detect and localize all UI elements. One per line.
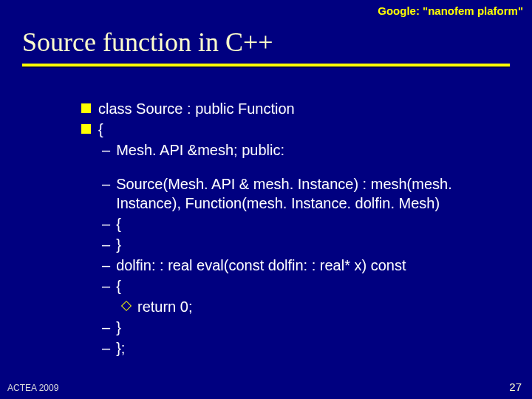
square-bullet-icon [81, 124, 91, 134]
line-text: { [116, 214, 121, 233]
bullet-level2: – } [102, 318, 502, 337]
line-text: class Source : public Function [98, 99, 295, 118]
dash-bullet-icon: – [102, 276, 110, 296]
header-google-label: Google: "nanofem plaform" [378, 4, 523, 17]
bullet-level2: – }; [102, 338, 502, 358]
line-text: }; [116, 338, 125, 358]
line-text: { [98, 120, 103, 139]
bullet-level2: – { [102, 276, 502, 296]
bullet-level1: class Source : public Function [81, 99, 502, 118]
title-rule-shadow [22, 66, 510, 68]
line-text: Mesh. API &mesh; public: [116, 140, 284, 160]
bullet-level3: return 0; [123, 297, 502, 316]
line-text: return 0; [137, 297, 192, 316]
dash-bullet-icon: – [102, 214, 110, 233]
spacer [81, 161, 502, 174]
title-block: Source function in C++ [22, 27, 510, 68]
footer-left-label: ACTEA 2009 [7, 383, 58, 393]
content-body: class Source : public Function { – Mesh.… [81, 99, 502, 359]
bullet-level1: { [81, 120, 502, 139]
dash-bullet-icon: – [102, 140, 110, 160]
diamond-bullet-icon [121, 301, 132, 311]
line-text: Source(Mesh. API & mesh. Instance) : mes… [116, 174, 502, 213]
line-text: } [116, 318, 121, 337]
dash-bullet-icon: – [102, 256, 110, 275]
bullet-level2: – } [102, 235, 502, 254]
dash-bullet-icon: – [102, 318, 110, 337]
square-bullet-icon [81, 103, 91, 113]
dash-bullet-icon: – [102, 338, 110, 358]
page-number: 27 [509, 381, 522, 393]
bullet-level2: – Source(Mesh. API & mesh. Instance) : m… [102, 174, 502, 213]
slide-title: Source function in C++ [22, 27, 510, 62]
bullet-level2: – dolfin: : real eval(const dolfin: : re… [102, 256, 502, 275]
bullet-level2: – { [102, 214, 502, 233]
dash-bullet-icon: – [102, 174, 110, 194]
dash-bullet-icon: – [102, 235, 110, 254]
line-text: dolfin: : real eval(const dolfin: : real… [116, 256, 406, 275]
bullet-level2: – Mesh. API &mesh; public: [102, 140, 502, 160]
line-text: { [116, 276, 121, 296]
line-text: } [116, 235, 121, 254]
